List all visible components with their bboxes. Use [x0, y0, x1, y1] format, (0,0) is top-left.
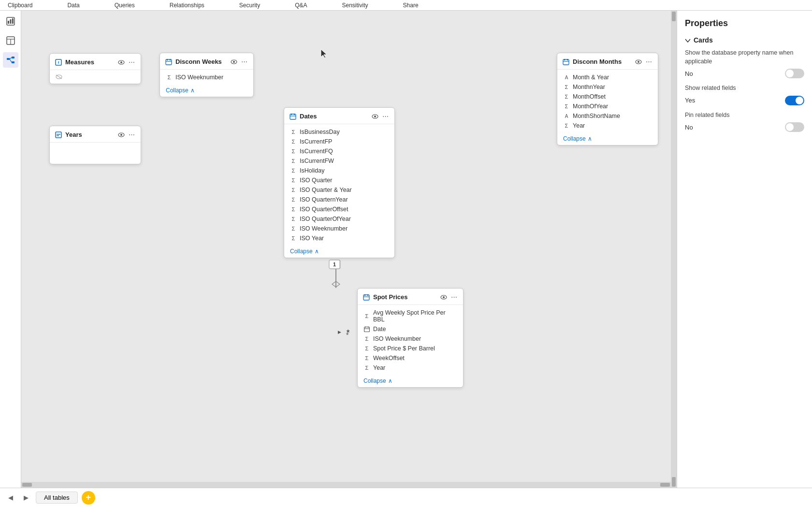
dates-iscurrentfw[interactable]: Σ IsCurrentFW: [284, 156, 394, 166]
dates-isbusinessday[interactable]: Σ IsBusinessDay: [284, 127, 394, 137]
measures-visibility-icon[interactable]: [117, 59, 126, 66]
svg-rect-52: [365, 327, 366, 328]
years-visibility-icon[interactable]: [117, 131, 126, 138]
spot-prices-date[interactable]: Date: [358, 324, 463, 334]
dates-actions: ⋯: [371, 112, 390, 121]
sigma-icon: Σ: [290, 168, 297, 174]
toolbar-sensitivity[interactable]: Sensitivity: [339, 1, 371, 10]
svg-text:*: *: [346, 331, 349, 339]
svg-rect-33: [290, 114, 296, 119]
all-tables-tab[interactable]: All tables: [36, 492, 78, 504]
sidebar-table-icon[interactable]: [3, 33, 18, 48]
hidden-icon: [56, 74, 62, 79]
disconn-months-collapse[interactable]: Collapse ∧: [557, 133, 658, 145]
dates-body: Σ IsBusinessDay Σ IsCurrentFP Σ IsCurren…: [284, 124, 394, 246]
next-tab-btn[interactable]: ▶: [20, 492, 32, 504]
dates-isholiday[interactable]: Σ IsHoliday: [284, 166, 394, 175]
disconn-months-year[interactable]: Σ Year: [557, 121, 658, 130]
spot-prices-year[interactable]: Σ Year: [358, 363, 463, 373]
svg-line-10: [10, 58, 12, 59]
sigma-icon: Σ: [166, 74, 173, 80]
sigma-icon: Σ: [290, 197, 297, 203]
sidebar-model-icon[interactable]: [3, 52, 18, 68]
toolbar-data[interactable]: Data: [64, 1, 82, 10]
disconn-weeks-title: Disconn Weeks: [165, 58, 222, 66]
years-body: [50, 143, 141, 162]
pin-related-toggle-row: No: [685, 122, 804, 132]
sigma-icon: Σ: [290, 187, 297, 193]
dates-iso-quarternyear[interactable]: Σ ISO QuarternYear: [284, 195, 394, 204]
table-card-years: Years ⋯: [49, 126, 141, 164]
disconn-months-visibility-icon[interactable]: [634, 58, 643, 65]
disconn-months-month-year[interactable]: A Month & Year: [557, 72, 658, 82]
spot-prices-spot-price[interactable]: Σ Spot Price $ Per Barrel: [358, 344, 463, 353]
years-header: Years ⋯: [50, 126, 141, 143]
svg-rect-35: [294, 114, 295, 115]
chevron-down-icon: [685, 36, 691, 44]
dates-iso-quarter[interactable]: Σ ISO Quarter: [284, 175, 394, 185]
dates-iso-quarteroffset[interactable]: Σ ISO QuarterOffset: [284, 204, 394, 214]
dates-iso-quarter-year[interactable]: Σ ISO Quarter & Year: [284, 185, 394, 195]
toolbar-queries[interactable]: Queries: [112, 1, 138, 10]
sigma-icon: Σ: [290, 216, 297, 222]
disconn-months-monthoffset[interactable]: Σ MonthOffset: [557, 92, 658, 101]
disconn-months-monthshortname[interactable]: A MonthShortName: [557, 111, 658, 121]
cards-section-header[interactable]: Cards: [685, 36, 804, 44]
measures-more-icon[interactable]: ⋯: [128, 58, 136, 67]
svg-rect-7: [7, 58, 10, 60]
prev-tab-btn[interactable]: ◀: [5, 492, 16, 504]
sigma-icon: Σ: [563, 94, 570, 100]
spot-prices-collapse[interactable]: Collapse ∧: [358, 376, 463, 387]
show-related-toggle[interactable]: [785, 96, 804, 105]
dates-more-icon[interactable]: ⋯: [381, 112, 390, 121]
svg-rect-23: [57, 134, 60, 135]
dates-visibility-icon[interactable]: [371, 113, 379, 120]
sidebar-report-icon[interactable]: [3, 14, 18, 29]
toolbar-clipboard[interactable]: Clipboard: [5, 1, 35, 10]
years-more-icon[interactable]: ⋯: [128, 130, 136, 139]
spot-prices-weekoffset[interactable]: Σ WeekOffset: [358, 353, 463, 363]
disconn-weeks-more-icon[interactable]: ⋯: [240, 57, 248, 66]
svg-marker-58: [332, 281, 340, 287]
dates-iscurrentfp[interactable]: Σ IsCurrentFP: [284, 137, 394, 146]
canvas[interactable]: 1 * f Measures ⋯: [21, 11, 677, 488]
horizontal-scrollbar[interactable]: [21, 482, 671, 488]
disconn-months-monthnyear[interactable]: Σ MonthnYear: [557, 82, 658, 92]
years-actions: ⋯: [117, 130, 136, 139]
dates-iso-year[interactable]: Σ ISO Year: [284, 233, 394, 243]
spot-prices-visibility-icon[interactable]: [439, 294, 448, 301]
measures-hidden-field[interactable]: [50, 73, 141, 81]
spot-prices-body: Σ Avg Weekly Spot Price Per BBL Date Σ I…: [358, 305, 463, 376]
svg-point-26: [120, 134, 122, 136]
disconn-weeks-collapse[interactable]: Collapse ∧: [160, 85, 253, 97]
spot-prices-iso-weeknumber[interactable]: Σ ISO Weeknumber: [358, 334, 463, 344]
vertical-scrollbar[interactable]: [671, 11, 677, 488]
svg-rect-40: [564, 59, 565, 60]
spot-prices-more-icon[interactable]: ⋯: [450, 292, 458, 302]
disconn-weeks-iso-weeknumber[interactable]: Σ ISO Weeknumber: [160, 72, 253, 82]
svg-rect-53: [368, 327, 369, 328]
svg-rect-27: [166, 59, 172, 65]
disconn-weeks-table-icon: [165, 58, 173, 66]
toolbar-security[interactable]: Security: [236, 1, 263, 10]
disconn-weeks-visibility-icon[interactable]: [230, 58, 238, 65]
spot-prices-avg-weekly[interactable]: Σ Avg Weekly Spot Price Per BBL: [358, 308, 463, 324]
pin-related-toggle[interactable]: [785, 122, 804, 132]
dates-iso-quarterofyear[interactable]: Σ ISO QuarterOfYear: [284, 214, 394, 224]
add-tab-button[interactable]: +: [82, 491, 95, 505]
disconn-months-more-icon[interactable]: ⋯: [645, 57, 653, 66]
toolbar-qna[interactable]: Q&A: [292, 1, 310, 10]
dates-iscurrentfq[interactable]: Σ IsCurrentFQ: [284, 146, 394, 156]
show-database-toggle[interactable]: [785, 69, 804, 78]
sigma-icon: Σ: [290, 139, 297, 145]
toolbar-relationships[interactable]: Relationships: [167, 1, 207, 10]
table-card-disconn-months: Disconn Months ⋯ A Month & Year Σ Monthn…: [557, 53, 658, 145]
disconn-months-monthofyear[interactable]: Σ MonthOfYear: [557, 101, 658, 111]
show-related-label: Show related fields: [685, 84, 804, 93]
svg-rect-24: [57, 135, 59, 136]
disconn-weeks-body: Σ ISO Weeknumber: [160, 70, 253, 85]
dates-iso-weeknumber[interactable]: Σ ISO Weeknumber: [284, 224, 394, 233]
toolbar-share[interactable]: Share: [400, 1, 421, 10]
svg-rect-29: [170, 59, 171, 60]
dates-collapse[interactable]: Collapse ∧: [284, 246, 394, 258]
